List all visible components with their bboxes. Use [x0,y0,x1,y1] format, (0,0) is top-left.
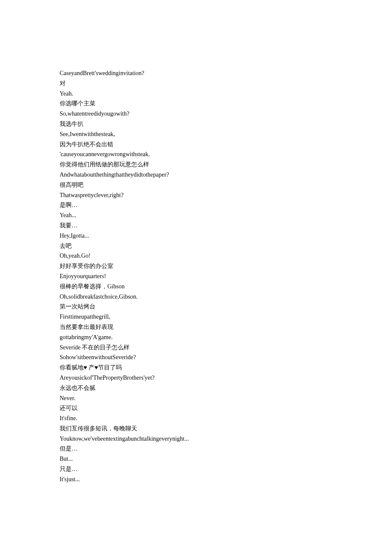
text-line: 很高明吧 [60,180,332,190]
text-line: 去吧 [60,241,332,251]
text-line: 第一次站烤台 [60,302,332,312]
text-line: Hey,Igotta... [60,231,332,241]
text-line: Youknow,we'vebeentextingabunchtalkingeve… [60,434,332,444]
text-line: But... [60,454,332,464]
text-line: It'sfine. [60,413,332,424]
document-page: CaseyandBrett'sweddinginvitation?对Yeah.你… [0,0,392,555]
text-line: 很棒的早餐选择，Gibson [60,282,332,292]
text-line: Severide 不在的日子怎么样 [60,343,332,353]
text-line: 对 [60,78,332,89]
text-line: 还可以 [60,403,332,413]
text-line: Sohow'sitbeenwithoutSeveride? [60,352,332,363]
text-line: 'causeyoucannevergowrongwithsteak. [60,149,332,160]
text-line: Firsttimeupatthegrill, [60,312,332,322]
text-line: 但是… [60,444,332,454]
text-line: CaseyandBrett'sweddinginvitation? [60,68,332,78]
text-line: 当然要拿出最好表现 [60,322,332,332]
text-line: 是啊… [60,200,332,210]
text-line: Oh,solidbreakfastchoice,Gibson. [60,292,332,302]
text-line: 你觉得他们用纸做的那玩意怎么样 [60,160,332,170]
text-line: 因为牛扒绝不会出错 [60,139,332,150]
text-line: Areyousickof'ThePropertyBrothers'yet? [60,373,332,383]
text-line: Oh,yeah.Go! [60,251,332,261]
text-line: 好好享受你的办公室 [60,261,332,271]
text-line: 只是… [60,464,332,474]
text-line: 我们互传很多短讯，每晚聊天 [60,424,332,434]
text-line: 我选牛扒 [60,119,332,129]
text-line: Andwhataboutthethingthattheydidtothepape… [60,170,332,180]
text-line: 你看腻地♥ 产♥节目了吗 [60,363,332,373]
text-line: Thatwasprettyclever,right? [60,190,332,200]
text-line: 永远也不会腻 [60,383,332,393]
text-line: Yeah... [60,210,332,221]
text-line: See,Iwentwiththesteak, [60,129,332,139]
text-line: Yeah. [60,89,332,99]
text-line: 你选哪个主菜 [60,99,332,109]
text-line: 我要… [60,221,332,231]
text-line: So,whatentreedidyougowith? [60,109,332,119]
document-body: CaseyandBrett'sweddinginvitation?对Yeah.你… [60,68,332,485]
text-line: It'sjust... [60,474,332,485]
text-line: Enjoyyourquarters! [60,271,332,282]
text-line: gottabringmy'A'game. [60,332,332,343]
text-line: Never. [60,393,332,404]
